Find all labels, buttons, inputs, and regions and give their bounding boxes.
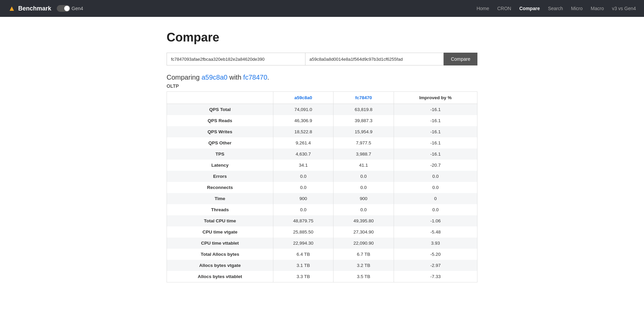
col-a-value: 74,091.0: [273, 104, 333, 115]
col-a-header: a59c8a0: [273, 92, 333, 104]
metric-name: CPU time vttablet: [167, 238, 273, 249]
col-a-value: 0.0: [273, 204, 333, 215]
table-row: Total CPU time 48,879.75 49,395.80 -1.06: [167, 215, 477, 226]
improved-value: -16.1: [394, 115, 477, 126]
nav-home[interactable]: Home: [476, 6, 489, 11]
logo-icon: ▲: [8, 4, 16, 13]
metric-name: Allocs bytes vtgate: [167, 260, 273, 271]
brand-name: Benchmark: [18, 5, 51, 12]
improved-value: -16.1: [394, 137, 477, 148]
hash2-link[interactable]: fc78470: [243, 74, 267, 81]
metric-name: Threads: [167, 204, 273, 215]
table-row: QPS Reads 46,306.9 39,887.3 -16.1: [167, 115, 477, 126]
col-b-value: 7,977.5: [333, 137, 394, 148]
nav-links: Home CRON Compare Search Micro Macro v3 …: [476, 5, 636, 11]
col-b-value: 15,954.9: [333, 126, 394, 137]
improved-value: -5.48: [394, 226, 477, 238]
metric-name: QPS Total: [167, 104, 273, 115]
compare-button[interactable]: Compare: [444, 53, 477, 65]
gen-label: Gen4: [72, 6, 83, 11]
metric-name: Allocs bytes vttablet: [167, 271, 273, 282]
compare-inputs: Compare: [167, 53, 477, 65]
nav-macro[interactable]: Macro: [591, 6, 604, 11]
input-hash1[interactable]: [167, 53, 305, 65]
metric-name: Reconnects: [167, 182, 273, 193]
metric-name: Total Allocs bytes: [167, 249, 273, 260]
table-row: Allocs bytes vttablet 3.3 TB 3.5 TB -7.3…: [167, 271, 477, 282]
oltp-table: a59c8a0 fc78470 Improved by % QPS Total …: [167, 91, 477, 282]
col-b-value: 6.7 TB: [333, 249, 394, 260]
metric-name: Latency: [167, 160, 273, 171]
table-row: Threads 0.0 0.0 0.0: [167, 204, 477, 215]
col-b-value: 3.2 TB: [333, 260, 394, 271]
oltp-table-body: QPS Total 74,091.0 63,819.8 -16.1 QPS Re…: [167, 104, 477, 282]
comparing-text: Comparing a59c8a0 with fc78470.: [167, 74, 477, 81]
nav-search[interactable]: Search: [548, 6, 563, 11]
col-b-value: 0.0: [333, 204, 394, 215]
col-b-value: 27,304.90: [333, 226, 394, 238]
col-a-value: 6.4 TB: [273, 249, 333, 260]
metric-name: QPS Reads: [167, 115, 273, 126]
nav-v3gen4[interactable]: v3 vs Gen4: [612, 6, 636, 11]
metric-name: QPS Other: [167, 137, 273, 148]
col-b-value: 3.5 TB: [333, 271, 394, 282]
gen-toggle[interactable]: [57, 5, 70, 12]
improved-value: -7.33: [394, 271, 477, 282]
navbar: ▲ Benchmark Gen4 Home CRON Compare Searc…: [0, 0, 644, 17]
col-b-value: 49,395.80: [333, 215, 394, 226]
table-row: TPS 4,630.7 3,988.7 -16.1: [167, 148, 477, 160]
table-row: Allocs bytes vtgate 3.1 TB 3.2 TB -2.97: [167, 260, 477, 271]
nav-cron[interactable]: CRON: [497, 6, 511, 11]
col-a-value: 900: [273, 193, 333, 204]
col-a-value: 22,994.30: [273, 238, 333, 249]
improved-value: 0.0: [394, 171, 477, 182]
improved-value: -16.1: [394, 126, 477, 137]
comparing-prefix: Comparing: [167, 74, 200, 81]
col-metric: [167, 92, 273, 104]
col-improved-header: Improved by %: [394, 92, 477, 104]
col-a-value: 34.1: [273, 160, 333, 171]
table-row: QPS Writes 18,522.8 15,954.9 -16.1: [167, 126, 477, 137]
col-a-value: 48,879.75: [273, 215, 333, 226]
col-b-value: 22,090.90: [333, 238, 394, 249]
improved-value: 0.0: [394, 204, 477, 215]
improved-value: 0: [394, 193, 477, 204]
metric-name: Time: [167, 193, 273, 204]
col-b-value: 0.0: [333, 182, 394, 193]
improved-value: 0.0: [394, 182, 477, 193]
col-a-value: 9,261.4: [273, 137, 333, 148]
col-a-value: 18,522.8: [273, 126, 333, 137]
table-row: Latency 34.1 41.1 -20.7: [167, 160, 477, 171]
col-a-value: 3.3 TB: [273, 271, 333, 282]
table-row: QPS Total 74,091.0 63,819.8 -16.1: [167, 104, 477, 115]
table-header: a59c8a0 fc78470 Improved by %: [167, 92, 477, 104]
col-b-value: 41.1: [333, 160, 394, 171]
col-b-value: 900: [333, 193, 394, 204]
brand: ▲ Benchmark: [8, 4, 51, 13]
col-b-value: 39,887.3: [333, 115, 394, 126]
improved-value: 3.93: [394, 238, 477, 249]
nav-micro[interactable]: Micro: [571, 6, 583, 11]
col-b-value: 3,988.7: [333, 148, 394, 160]
page-title: Compare: [167, 30, 477, 45]
table-row: Total Allocs bytes 6.4 TB 6.7 TB -5.20: [167, 249, 477, 260]
col-a-value: 4,630.7: [273, 148, 333, 160]
table-row: Time 900 900 0: [167, 193, 477, 204]
col-a-value: 25,885.50: [273, 226, 333, 238]
col-b-value: 0.0: [333, 171, 394, 182]
improved-value: -16.1: [394, 104, 477, 115]
metric-name: Errors: [167, 171, 273, 182]
col-b-value: 63,819.8: [333, 104, 394, 115]
improved-value: -2.97: [394, 260, 477, 271]
improved-value: -5.20: [394, 249, 477, 260]
table-row: Errors 0.0 0.0 0.0: [167, 171, 477, 182]
nav-compare[interactable]: Compare: [519, 6, 540, 11]
col-a-value: 46,306.9: [273, 115, 333, 126]
comparing-with: with: [229, 74, 242, 81]
metric-name: Total CPU time: [167, 215, 273, 226]
hash1-link[interactable]: a59c8a0: [201, 74, 227, 81]
col-b-header: fc78470: [333, 92, 394, 104]
input-hash2[interactable]: [305, 53, 444, 65]
table-row: CPU time vtgate 25,885.50 27,304.90 -5.4…: [167, 226, 477, 238]
main-content: Compare Compare Comparing a59c8a0 with f…: [160, 17, 484, 309]
